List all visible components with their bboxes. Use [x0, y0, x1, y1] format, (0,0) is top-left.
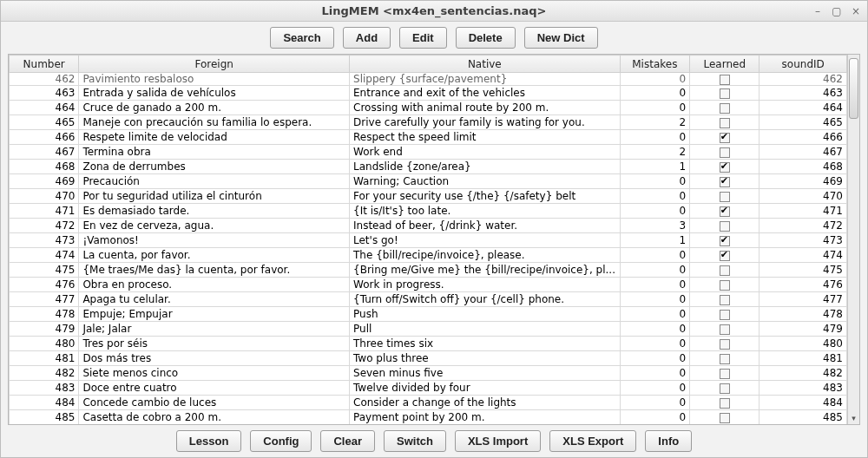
cell-learned — [690, 248, 760, 263]
cell-foreign: Por tu seguridad utiliza el cinturón — [79, 189, 350, 204]
col-header-number[interactable]: Number — [10, 56, 79, 73]
table-row[interactable]: 482Siete menos cincoSeven minus five0482 — [10, 366, 847, 381]
cell-soundid: 479 — [760, 322, 847, 337]
cell-soundid: 469 — [760, 174, 847, 189]
table-row[interactable]: 481Dos más tresTwo plus three0481 — [10, 351, 847, 366]
close-icon[interactable]: × — [850, 5, 862, 17]
table-row[interactable]: 466Respete limite de velocidadRespect th… — [10, 130, 847, 145]
table-row[interactable]: 473¡Vamonos!Let's go!1473 — [10, 233, 847, 248]
table-row[interactable]: 468Zona de derrumbesLandslide {zone/area… — [10, 160, 847, 174]
cell-learned — [690, 396, 760, 410]
learned-checkbox[interactable] — [720, 398, 730, 409]
scroll-down-arrow-icon[interactable]: ▾ — [848, 412, 859, 424]
col-header-native[interactable]: Native — [350, 56, 621, 73]
cell-soundid: 471 — [760, 204, 847, 219]
new-dict-button[interactable]: New Dict — [524, 27, 598, 49]
table-row[interactable]: 464Cruce de ganado a 200 m.Crossing with… — [10, 101, 847, 115]
col-header-learned[interactable]: Learned — [690, 56, 760, 73]
table-row[interactable]: 462Pavimiento resbalosoSlippery {surface… — [10, 73, 847, 86]
learned-checkbox[interactable] — [720, 118, 730, 128]
table-row[interactable]: 465Maneje con precaución su familia lo e… — [10, 115, 847, 130]
col-header-foreign[interactable]: Foreign — [79, 56, 350, 73]
table-row[interactable]: 463Entrada y salida de vehículosEntrance… — [10, 86, 847, 101]
cell-native: Let's go! — [350, 233, 621, 248]
table-row[interactable]: 484Concede cambio de lucesConsider a cha… — [10, 396, 847, 410]
table-row[interactable]: 470Por tu seguridad utiliza el cinturónF… — [10, 189, 847, 204]
table-row[interactable]: 485Casetta de cobro a 200 m.Payment poin… — [10, 410, 847, 425]
info-button[interactable]: Info — [645, 430, 692, 452]
learned-checkbox[interactable] — [720, 369, 730, 379]
cell-native: Pull — [350, 322, 621, 337]
learned-checkbox[interactable] — [720, 265, 730, 276]
learned-checkbox[interactable] — [720, 295, 730, 305]
lesson-button[interactable]: Lesson — [176, 430, 242, 452]
cell-learned — [690, 410, 760, 425]
add-button[interactable]: Add — [343, 27, 391, 49]
learned-checkbox[interactable] — [720, 310, 730, 320]
xls-export-button[interactable]: XLS Export — [549, 430, 636, 452]
learned-checkbox[interactable] — [720, 75, 730, 85]
cell-number: 481 — [10, 351, 79, 366]
table-row[interactable]: 471Es demasiado tarde.{It is/It's} too l… — [10, 204, 847, 219]
learned-checkbox[interactable] — [720, 236, 730, 246]
learned-checkbox[interactable] — [720, 133, 730, 143]
config-button[interactable]: Config — [250, 430, 312, 452]
learned-checkbox[interactable] — [720, 103, 730, 114]
titlebar: LingMEM <mx4en_sentencias.naq> – ▢ × — [1, 1, 867, 22]
cell-mistakes: 0 — [620, 396, 689, 410]
cell-native: Two plus three — [350, 351, 621, 366]
xls-import-button[interactable]: XLS Import — [455, 430, 541, 452]
learned-checkbox[interactable] — [720, 324, 730, 335]
learned-checkbox[interactable] — [720, 413, 730, 423]
learned-checkbox[interactable] — [720, 354, 730, 364]
cell-soundid: 484 — [760, 396, 847, 410]
learned-checkbox[interactable] — [720, 206, 730, 217]
learned-checkbox[interactable] — [720, 147, 730, 158]
clear-button[interactable]: Clear — [320, 430, 375, 452]
table-row[interactable]: 469PrecauciónWarning; Cauction0469 — [10, 174, 847, 189]
table-row[interactable]: 478Empuje; EmpujarPush0478 — [10, 307, 847, 322]
table-row[interactable]: 477Apaga tu celular.{Turn off/Switch off… — [10, 292, 847, 307]
cell-soundid: 472 — [760, 219, 847, 233]
col-header-mistakes[interactable]: Mistakes — [620, 56, 689, 73]
table-scroll[interactable]: Number Foreign Native Mistakes Learned s… — [9, 55, 847, 424]
learned-checkbox[interactable] — [720, 383, 730, 394]
vertical-scrollbar[interactable]: ▾ — [847, 55, 859, 424]
cell-native: Work in progress. — [350, 278, 621, 292]
table-row[interactable]: 476Obra en proceso.Work in progress.0476 — [10, 278, 847, 292]
table-row[interactable]: 483Doce entre cuatroTwelve divided by fo… — [10, 381, 847, 396]
table-row[interactable]: 480Tres por séisThree times six0480 — [10, 337, 847, 351]
cell-mistakes: 0 — [620, 292, 689, 307]
cell-learned — [690, 73, 760, 86]
learned-checkbox[interactable] — [720, 251, 730, 261]
edit-button[interactable]: Edit — [399, 27, 447, 49]
minimize-icon[interactable]: – — [812, 5, 824, 17]
cell-native: {Turn off/Switch off} your {/cell} phone… — [350, 292, 621, 307]
switch-button[interactable]: Switch — [384, 430, 446, 452]
cell-learned — [690, 366, 760, 381]
table-row[interactable]: 472En vez de cerveza, agua.Instead of be… — [10, 219, 847, 233]
vocab-table: Number Foreign Native Mistakes Learned s… — [9, 55, 847, 424]
cell-foreign: Apaga tu celular. — [79, 292, 350, 307]
cell-foreign: Precaución — [79, 174, 350, 189]
learned-checkbox[interactable] — [720, 162, 730, 173]
table-row[interactable]: 474La cuenta, por favor.The {bill/recipe… — [10, 248, 847, 263]
learned-checkbox[interactable] — [720, 339, 730, 350]
cell-native: Slippery {surface/pavement} — [350, 73, 621, 86]
table-row[interactable]: 479Jale; JalarPull0479 — [10, 322, 847, 337]
scrollbar-thumb[interactable] — [849, 58, 858, 119]
maximize-icon[interactable]: ▢ — [831, 5, 843, 17]
learned-checkbox[interactable] — [720, 88, 730, 99]
learned-checkbox[interactable] — [720, 221, 730, 232]
delete-button[interactable]: Delete — [456, 27, 516, 49]
col-header-soundid[interactable]: soundID — [760, 56, 847, 73]
table-row[interactable]: 475{Me traes/Me das} la cuenta, por favo… — [10, 263, 847, 278]
cell-learned — [690, 86, 760, 101]
search-button[interactable]: Search — [270, 27, 333, 49]
cell-mistakes: 0 — [620, 351, 689, 366]
learned-checkbox[interactable] — [720, 192, 730, 202]
learned-checkbox[interactable] — [720, 177, 730, 187]
table-row[interactable]: 467Termina obraWork end2467 — [10, 145, 847, 160]
learned-checkbox[interactable] — [720, 280, 730, 291]
cell-number: 484 — [10, 396, 79, 410]
